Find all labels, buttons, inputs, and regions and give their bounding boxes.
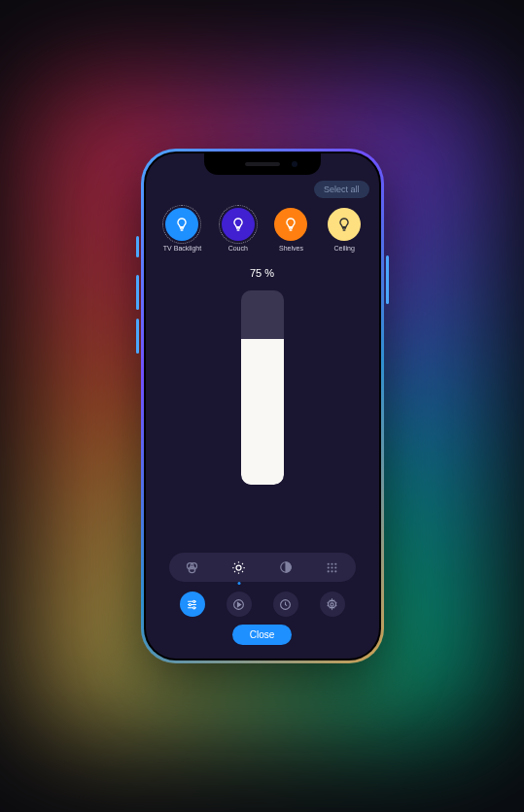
- sun-icon: [231, 560, 246, 575]
- brightness-fill: [241, 339, 284, 485]
- close-button[interactable]: Close: [232, 625, 293, 645]
- mode-contrast-button[interactable]: [274, 556, 297, 579]
- light-tv-backlight[interactable]: TV Backlight: [163, 208, 201, 252]
- play-icon: [232, 598, 245, 611]
- mode-brightness-button[interactable]: [227, 556, 251, 579]
- svg-point-3: [236, 565, 241, 570]
- phone-frame: Select all TV Backlight Couch: [141, 149, 384, 663]
- grid-icon: [326, 561, 338, 574]
- settings-button[interactable]: [320, 592, 345, 617]
- svg-point-13: [334, 570, 336, 572]
- sliders-button[interactable]: [180, 592, 205, 617]
- svg-point-11: [328, 570, 330, 572]
- svg-point-16: [193, 606, 195, 608]
- light-shelves[interactable]: Shelves: [274, 208, 307, 252]
- select-all-button[interactable]: Select all: [314, 181, 369, 198]
- clock-button[interactable]: [273, 592, 298, 617]
- svg-point-12: [331, 570, 332, 572]
- mode-color-button[interactable]: [181, 556, 204, 579]
- clock-icon: [279, 598, 292, 611]
- bulb-icon: [328, 208, 361, 241]
- svg-point-7: [334, 562, 336, 564]
- brightness-percent-label: 75 %: [250, 267, 274, 279]
- svg-point-15: [189, 603, 191, 605]
- mode-tab-bar: [169, 553, 356, 582]
- bulb-icon: [274, 208, 307, 241]
- play-button[interactable]: [227, 592, 252, 617]
- app-screen: Select all TV Backlight Couch: [146, 153, 379, 659]
- light-label: TV Backlight: [163, 245, 201, 252]
- action-row: [146, 590, 379, 625]
- light-ceiling[interactable]: Ceiling: [328, 208, 361, 252]
- gear-icon: [326, 598, 338, 611]
- mode-grid-button[interactable]: [321, 556, 344, 579]
- svg-point-8: [328, 566, 330, 568]
- overlap-circles-icon: [185, 560, 199, 575]
- svg-point-9: [331, 566, 332, 568]
- light-selector-row: TV Backlight Couch Shelves: [146, 198, 379, 257]
- light-couch[interactable]: Couch: [222, 208, 255, 252]
- svg-point-10: [334, 566, 336, 568]
- svg-point-6: [331, 562, 332, 564]
- half-circle-icon: [279, 560, 293, 574]
- brightness-slider[interactable]: [241, 290, 284, 485]
- phone-notch: [204, 153, 321, 175]
- bulb-icon: [222, 208, 255, 241]
- sliders-icon: [186, 598, 198, 611]
- light-label: Ceiling: [333, 245, 354, 252]
- light-label: Couch: [228, 245, 248, 252]
- bulb-icon: [165, 208, 198, 241]
- svg-point-5: [328, 562, 330, 564]
- svg-point-2: [189, 566, 194, 572]
- svg-point-14: [193, 600, 195, 602]
- svg-point-19: [331, 602, 333, 605]
- light-label: Shelves: [279, 245, 303, 252]
